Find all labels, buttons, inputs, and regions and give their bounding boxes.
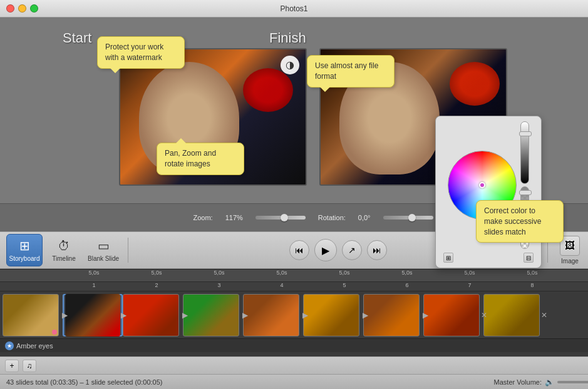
fast-forward-button[interactable]: ⏭ — [367, 240, 387, 260]
start-label: Start — [63, 30, 91, 46]
time-marks-row: 5,0s 5,0s 5,0s 5,0s 5,0s 5,0s 5,0s 5,0s … — [0, 270, 588, 282]
blank-slide-button[interactable]: ▭ Blank Slide — [85, 234, 121, 266]
timeline-button[interactable]: ⏱ Timeline — [46, 234, 82, 266]
color-wheel-cursor[interactable] — [479, 182, 485, 188]
slide-numbers-row: 1 2 3 4 5 6 7 8 9 — [0, 282, 588, 291]
time-mark-4: 5,0s — [250, 270, 313, 281]
brightness-handle[interactable] — [519, 131, 532, 136]
status-bar: 43 slides total (0:03:35) – 1 slide sele… — [0, 374, 588, 389]
brightness-slider[interactable] — [520, 121, 529, 184]
slide-thumb-7[interactable] — [363, 294, 420, 336]
pan-zoom-tooltip: Pan, Zoom and rotate images — [157, 143, 244, 175]
slide-arrow-1: ▶ — [62, 311, 68, 320]
tag-icon-amber: ★ — [5, 341, 14, 350]
watermark-tooltip: Protect your work with a watermark — [97, 36, 185, 69]
timeline-icon: ⏱ — [58, 239, 70, 253]
slide-thumb-8-container[interactable]: ✕ — [423, 294, 483, 336]
rotation-slider-container[interactable] — [383, 216, 433, 220]
time-mark-8: 5,0s — [501, 270, 564, 281]
tag-item-amber: ★ Amber eyes — [5, 341, 53, 350]
slide-arrow-3: ▶ — [182, 311, 188, 320]
slide-num-2: 2 — [125, 282, 188, 291]
music-button[interactable]: ♫ — [23, 360, 36, 372]
volume-control: Master Volume: 🔈 🔊 — [494, 378, 588, 386]
slide-thumb-6[interactable] — [303, 294, 359, 336]
slide-arrow-4: ▶ — [242, 311, 248, 320]
slide-thumb-6-container[interactable]: ▶ — [303, 294, 363, 336]
color-grid-button-2[interactable]: ⊟ — [524, 253, 534, 263]
maximize-button[interactable] — [30, 4, 38, 13]
finish-label: Finish — [269, 30, 306, 46]
rotation-thumb[interactable] — [408, 214, 416, 221]
time-mark-3: 5,0s — [188, 270, 250, 281]
slide-num-9: 9 — [564, 282, 588, 291]
time-mark-1: 5,0s — [63, 270, 125, 281]
zoom-slider[interactable] — [255, 216, 306, 220]
slide-arrow-7: ▶ — [423, 311, 428, 320]
zoom-value: 117% — [225, 214, 243, 221]
flower-decoration-2 — [450, 62, 500, 106]
rotation-label: Rotation: — [318, 214, 346, 221]
image-tool-label: Image — [561, 258, 579, 265]
slide-thumb-5[interactable] — [243, 294, 299, 336]
minimize-button[interactable] — [18, 4, 26, 13]
slide-num-1: 1 — [63, 282, 125, 291]
slide-thumb-4-container[interactable]: ▶ — [183, 294, 243, 336]
close-button[interactable] — [6, 4, 14, 13]
window-controls[interactable] — [6, 4, 38, 13]
storyboard-label: Storyboard — [9, 255, 40, 262]
time-mark-9: 5,0s — [564, 270, 588, 281]
color-wheel-popup[interactable]: ⊞ ⊟ — [435, 116, 542, 268]
slide-thumb-3[interactable] — [123, 294, 179, 336]
volume-label: Master Volume: — [494, 378, 542, 386]
slide-arrow-9: ✕ — [541, 311, 547, 320]
color-correct-tooltip: Correct color to make successive slides … — [476, 200, 564, 243]
timeline-area: 5,0s 5,0s 5,0s 5,0s 5,0s 5,0s 5,0s 5,0s … — [0, 269, 588, 356]
volume-icon-low: 🔈 — [545, 378, 554, 386]
slide-thumb-5-container[interactable]: ▶ — [243, 294, 303, 336]
volume-slider[interactable] — [557, 381, 588, 383]
time-mark-7: 5,0s — [438, 270, 501, 281]
storyboard-icon: ⊞ — [19, 238, 30, 253]
slide-thumb-3-container[interactable]: ▶ — [123, 294, 183, 336]
slide-arrow-6: ▶ — [363, 311, 368, 320]
time-mark-6: 5,0s — [376, 270, 438, 281]
color-grid-button-1[interactable]: ⊞ — [443, 253, 453, 263]
share-button[interactable]: ↗ — [342, 240, 362, 260]
blank-slide-label: Blank Slide — [88, 255, 119, 262]
slide-thumb-9-container[interactable]: ✕ — [483, 294, 544, 336]
time-mark-2: 5,0s — [125, 270, 188, 281]
flower-decoration — [243, 68, 293, 112]
opacity-handle[interactable] — [519, 190, 532, 195]
slide-arrow-5: ▶ — [302, 311, 308, 320]
slide-thumb-2[interactable] — [65, 294, 120, 336]
slide-thumb-8[interactable] — [423, 294, 480, 336]
slide-num-4: 4 — [250, 282, 313, 291]
slide-num-5: 5 — [313, 282, 376, 291]
zoom-thumb[interactable] — [281, 214, 288, 221]
slide-thumb-4[interactable] — [183, 294, 239, 336]
play-button[interactable]: ▶ — [314, 239, 337, 261]
rotation-value: 0,0° — [358, 214, 371, 221]
window-title: Photos1 — [280, 4, 307, 13]
slide-arrow-8: ✕ — [481, 311, 487, 320]
tag-row: ★ Amber eyes — [0, 338, 588, 352]
zoom-slider-container[interactable] — [255, 216, 306, 220]
slides-row: ▶ ▶ ▶ ▶ ▶ — [0, 291, 588, 338]
format-tooltip: Use almost any file format — [307, 55, 395, 88]
blank-slide-icon: ▭ — [98, 238, 110, 253]
slide-thumb-9[interactable] — [483, 294, 540, 336]
rewind-button[interactable]: ⏮ — [289, 240, 309, 260]
storyboard-button[interactable]: ⊞ Storyboard — [6, 234, 43, 266]
slide-thumb-1[interactable] — [3, 294, 59, 336]
add-slide-button[interactable]: + — [5, 360, 19, 372]
toolbar-separator — [128, 238, 128, 263]
slide-num-3: 3 — [188, 282, 250, 291]
title-bar: Photos1 — [0, 0, 588, 18]
playback-controls: ⏮ ▶ ↗ ⏭ — [289, 239, 387, 261]
rotation-slider[interactable] — [383, 216, 433, 220]
slide-thumb-2-container[interactable]: ▶ — [63, 294, 123, 336]
slide-num-6: 6 — [376, 282, 438, 291]
slide-num-7: 7 — [438, 282, 501, 291]
slide-thumb-7-container[interactable]: ▶ — [363, 294, 423, 336]
